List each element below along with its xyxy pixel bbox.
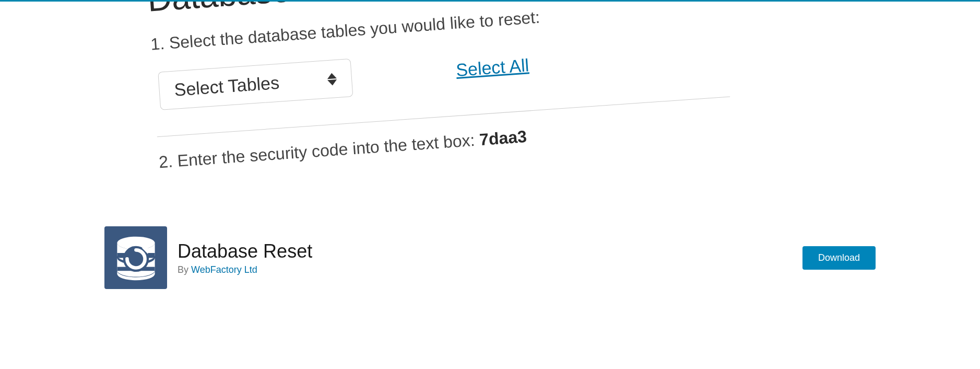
plugin-icon <box>104 226 167 289</box>
select-tables-label: Select Tables <box>173 73 280 100</box>
author-link[interactable]: WebFactory Ltd <box>191 264 257 275</box>
select-all-link[interactable]: Select All <box>455 55 529 80</box>
security-code: 7daa3 <box>479 127 527 149</box>
plugin-author: By WebFactory Ltd <box>178 264 802 275</box>
step2-prefix: 2. Enter the security code into the text… <box>158 130 480 171</box>
step2-text: 2. Enter the security code into the text… <box>158 112 733 172</box>
banner-content: Database R 1. Select the database tables… <box>146 2 733 172</box>
plugin-title: Database Reset <box>178 240 802 262</box>
database-reset-icon <box>111 233 161 283</box>
by-text: By <box>178 264 191 275</box>
plugin-info: Database Reset By WebFactory Ltd <box>178 240 802 275</box>
plugin-info-bar: Database Reset By WebFactory Ltd Downloa… <box>0 211 980 305</box>
dropdown-arrows-icon <box>327 73 337 86</box>
plugin-banner: Database R 1. Select the database tables… <box>0 2 980 211</box>
download-button[interactable]: Download <box>802 246 876 270</box>
select-tables-dropdown[interactable]: Select Tables <box>158 59 353 110</box>
